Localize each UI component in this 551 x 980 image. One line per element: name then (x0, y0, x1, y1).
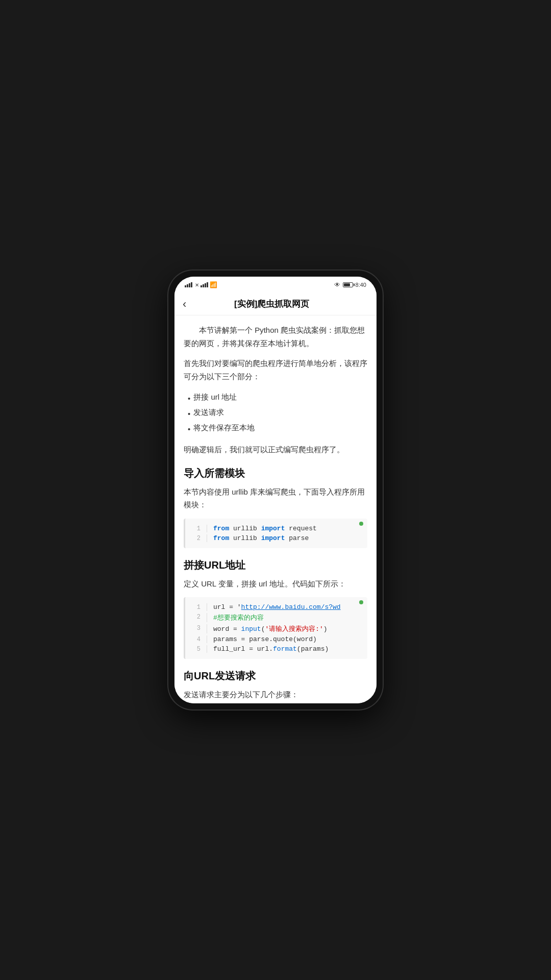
list-item: • 拼接 url 地址 (188, 390, 367, 405)
code-text: params = parse.quote(word) (213, 635, 317, 643)
line-number: 1 (190, 603, 201, 611)
bullet-list-1: • 拼接 url 地址 • 发送请求 • 将文件保存至本地 (188, 390, 367, 436)
code-line-3: 3 word = input('请输入搜索内容:') (185, 623, 367, 634)
bullet-dot: • (188, 407, 190, 421)
code-text: url = 'http://www.baidu.com/s?wd (213, 603, 341, 611)
section1-text: 本节内容使用 urllib 库来编写爬虫，下面导入程序所用模块： (184, 485, 367, 511)
section-heading-3: 向URL发送请求 (184, 669, 367, 683)
content-area: 本节讲解第一个 Python 爬虫实战案例：抓取您想要的网页，并将其保存至本地计… (174, 315, 377, 703)
bullet-dot: • (188, 391, 190, 405)
line-number: 4 (190, 635, 201, 643)
transition-paragraph: 明确逻辑后，我们就可以正式编写爬虫程序了。 (184, 443, 367, 456)
code-text: #想要搜索的内容 (213, 613, 264, 622)
line-divider (207, 624, 207, 633)
code-line-1: 1 url = 'http://www.baidu.com/s?wd (185, 602, 367, 612)
back-button[interactable]: ‹ (183, 298, 186, 311)
line-divider (207, 613, 207, 622)
code-block-2: 1 url = 'http://www.baidu.com/s?wd 2 #想要… (184, 597, 367, 659)
line-divider (207, 534, 207, 542)
time-display: 8:40 (356, 282, 366, 288)
bullet-text: 拼接 url 地址 (193, 390, 237, 404)
list-item: • 将文件保存至本地 (188, 421, 367, 436)
code-block-1: 1 from urllib import request 2 from urll… (184, 519, 367, 548)
page-title: [实例]爬虫抓取网页 (192, 298, 351, 310)
line-number: 3 (190, 624, 201, 632)
section-heading-1: 导入所需模块 (184, 467, 367, 480)
line-divider (207, 603, 207, 611)
status-right: 👁 8:40 (334, 281, 366, 288)
wifi-icon: 📶 (210, 281, 217, 288)
code-text: full_url = url.format(params) (213, 645, 329, 653)
analysis-paragraph: 首先我们对要编写的爬虫程序进行简单地分析，该程序可分为以下三个部分： (184, 357, 367, 383)
section2-text: 定义 URL 变量，拼接 url 地址。代码如下所示： (184, 577, 367, 591)
code-text: word = input('请输入搜索内容:') (213, 624, 328, 633)
code-text: from urllib import request (213, 525, 317, 532)
battery-icon (343, 282, 353, 287)
section-heading-2: 拼接URL地址 (184, 558, 367, 572)
code-text: from urllib import parse (213, 534, 309, 542)
code-line-1: 1 from urllib import request (185, 524, 367, 533)
line-number: 2 (190, 613, 201, 621)
status-bar: ✕ 📶 👁 8:40 (174, 277, 377, 293)
line-number: 5 (190, 645, 201, 653)
line-divider (207, 645, 207, 653)
code-indicator (359, 600, 363, 604)
line-number: 2 (190, 534, 201, 542)
bullet-text: 发送请求 (193, 405, 224, 419)
code-line-4: 4 params = parse.quote(word) (185, 634, 367, 644)
section3-text: 发送请求主要分为以下几个步骤： (184, 688, 367, 701)
line-number: 1 (190, 525, 201, 532)
code-indicator (359, 522, 363, 526)
status-left: ✕ 📶 (185, 281, 217, 288)
signal-icon (185, 282, 192, 287)
code-line-2: 2 from urllib import parse (185, 533, 367, 543)
signal-icon-2 (201, 282, 208, 287)
phone-screen: ✕ 📶 👁 8:40 ‹ [实例]爬虫抓取网页 (174, 277, 377, 703)
line-divider (207, 525, 207, 532)
intro-paragraph: 本节讲解第一个 Python 爬虫实战案例：抓取您想要的网页，并将其保存至本地计… (184, 324, 367, 350)
phone-frame: ✕ 📶 👁 8:40 ‹ [实例]爬虫抓取网页 (168, 271, 383, 709)
line-divider (207, 635, 207, 643)
bullet-text: 将文件保存至本地 (193, 421, 255, 434)
code-line-2: 2 #想要搜索的内容 (185, 612, 367, 623)
eye-icon: 👁 (334, 281, 340, 288)
nav-bar: ‹ [实例]爬虫抓取网页 (174, 293, 377, 315)
bullet-dot: • (188, 422, 190, 436)
code-line-5: 5 full_url = url.format(params) (185, 644, 367, 654)
x-mark: ✕ (195, 282, 199, 288)
list-item: • 发送请求 (188, 405, 367, 421)
